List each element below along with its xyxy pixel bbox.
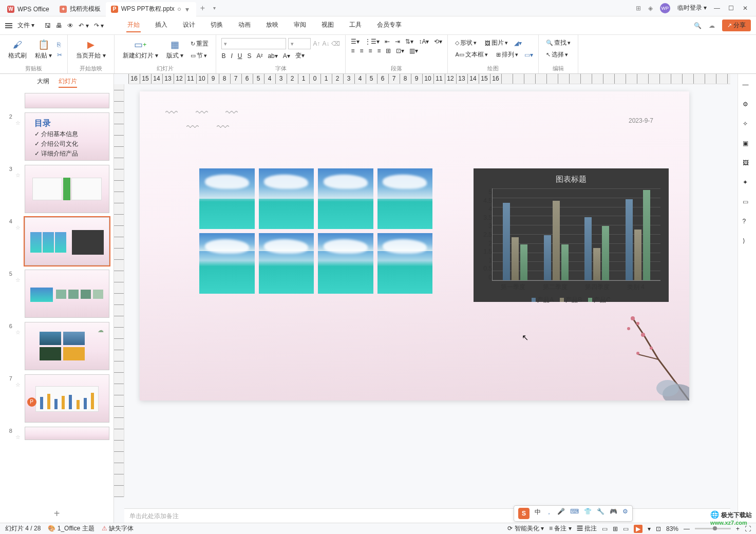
close-button[interactable]: ✕: [743, 5, 750, 12]
shapefill-icon[interactable]: ◢▾: [514, 40, 522, 47]
picture-icon[interactable]: 🖼: [743, 159, 752, 168]
tab-review[interactable]: 审阅: [293, 18, 307, 32]
thumbnail[interactable]: [25, 93, 109, 108]
thumbnail-selected[interactable]: [25, 217, 109, 265]
tab-slideshow[interactable]: 放映: [265, 18, 279, 32]
shapeoutline-icon[interactable]: ▭▾: [524, 51, 533, 59]
share-button[interactable]: ↗ 分享: [722, 20, 751, 31]
superscript-icon[interactable]: A²: [256, 52, 262, 60]
zoom-out-icon[interactable]: —: [684, 525, 690, 532]
workspace-icon[interactable]: ⊞: [636, 5, 641, 12]
zoom-level[interactable]: 83%: [666, 525, 678, 532]
add-slide-button[interactable]: +: [0, 505, 114, 523]
preview-icon[interactable]: 👁: [67, 22, 73, 29]
view-reading-icon[interactable]: ▭: [623, 525, 629, 532]
tab-member[interactable]: 会员专享: [376, 18, 403, 32]
minimize-button[interactable]: —: [714, 5, 721, 12]
cut-icon[interactable]: ✂: [57, 51, 62, 59]
align-center-icon[interactable]: ≡: [360, 47, 363, 54]
thumbnail[interactable]: P: [25, 374, 109, 423]
bullets-icon[interactable]: ☰▾: [351, 38, 360, 45]
find-button[interactable]: 🔍 查找 ▾: [544, 38, 573, 48]
indent-left-icon[interactable]: ⇤: [385, 38, 390, 45]
cloud-icon[interactable]: ☁: [709, 22, 715, 29]
clear-format-icon[interactable]: ⌫: [331, 40, 340, 47]
decrease-font-icon[interactable]: A↓: [322, 40, 329, 47]
columns-icon[interactable]: ▥▾: [409, 47, 418, 54]
ime-settings-icon[interactable]: ⚙: [622, 508, 628, 519]
lineheight-icon[interactable]: ↕A▾: [419, 38, 429, 45]
font-warning[interactable]: ⚠ 缺失字体: [102, 524, 134, 533]
zoom-slider[interactable]: [695, 528, 731, 529]
italic-icon[interactable]: I: [231, 52, 232, 60]
avatar-icon[interactable]: WP: [660, 3, 670, 13]
paste-button[interactable]: 📋粘贴 ▾: [32, 38, 55, 61]
tab-transition[interactable]: 切换: [210, 18, 224, 32]
fullscreen-icon[interactable]: ⛶: [745, 525, 751, 532]
ime-punct-icon[interactable]: ，: [546, 508, 552, 519]
print-icon[interactable]: 🖶: [56, 22, 62, 29]
tab-insert[interactable]: 插入: [154, 18, 168, 32]
select-button[interactable]: ↖ 选择 ▾: [544, 50, 573, 60]
indent-right-icon[interactable]: ⇥: [395, 38, 400, 45]
align-left-icon[interactable]: ≡: [351, 47, 354, 54]
thumbnail[interactable]: [25, 165, 109, 213]
valign-icon[interactable]: ⊡▾: [396, 47, 404, 54]
fontcolor-icon[interactable]: A▾: [283, 52, 290, 60]
thumbnail[interactable]: [25, 427, 109, 440]
shape-button[interactable]: ◇ 形状 ▾: [453, 38, 479, 48]
thumbnail[interactable]: 目录 ✓ 介绍基本信息 ✓ 介绍公司文化 ✓ 详细介绍产品 ✓ 营销方案: [25, 112, 109, 161]
beautify-button[interactable]: ⟳ 智能美化 ▾: [507, 524, 544, 533]
tab-animation[interactable]: 动画: [237, 18, 252, 32]
ime-skin-icon[interactable]: 👕: [584, 508, 592, 519]
view-sorter-icon[interactable]: ⊞: [613, 525, 618, 532]
font-family-select[interactable]: ▾: [221, 38, 286, 49]
add-tab-button[interactable]: +: [196, 4, 209, 13]
outline-tab[interactable]: 大纲: [37, 77, 49, 88]
align-justify-icon[interactable]: ≡: [377, 47, 381, 54]
theme-label[interactable]: 🎨 1_Office 主题: [48, 524, 94, 533]
maximize-button[interactable]: ☐: [728, 5, 735, 12]
panel-icon[interactable]: ▣: [743, 140, 752, 149]
horizontal-ruler[interactable]: 1615141312111098765432101234567891011121…: [128, 74, 730, 84]
tab-view[interactable]: 视图: [320, 18, 335, 32]
zoom-fit-icon[interactable]: ⊡: [656, 525, 661, 532]
tune-icon[interactable]: ⚙: [743, 101, 752, 110]
section-button[interactable]: ▭ 节 ▾: [188, 51, 211, 61]
strike-icon[interactable]: S: [247, 52, 251, 60]
view-play-icon[interactable]: ▶: [634, 525, 642, 533]
tab-menu-button[interactable]: ▾: [209, 5, 220, 11]
layout-button[interactable]: ▦版式 ▾: [163, 38, 186, 61]
tab-home[interactable]: 开始: [126, 18, 141, 32]
direction-icon[interactable]: ⟲▾: [434, 38, 442, 45]
help-icon[interactable]: ?: [743, 218, 752, 227]
zoom-in-icon[interactable]: +: [736, 525, 740, 532]
bold-icon[interactable]: B: [221, 52, 225, 60]
copy-icon[interactable]: ⎘: [57, 41, 62, 48]
numbering-icon[interactable]: ⋮☰▾: [365, 38, 380, 45]
save-icon[interactable]: 🖫: [45, 22, 51, 29]
slide-canvas[interactable]: 〰 〰 〰 〰 〰 2023-9-7 图表标题 54.543.532.521.5…: [140, 91, 689, 400]
thumbnail-list[interactable]: 2☆ 目录 ✓ 介绍基本信息 ✓ 介绍公司文化 ✓ 详细介绍产品 ✓ 营销方案 …: [0, 91, 114, 505]
tab-design[interactable]: 设计: [182, 18, 196, 32]
search-icon[interactable]: 🔍: [694, 22, 702, 29]
file-menu[interactable]: 文件 ▾: [14, 21, 37, 30]
notes-pane[interactable]: 单击此处添加备注: [124, 508, 730, 523]
distribute-icon[interactable]: ⊞: [386, 47, 391, 54]
reset-button[interactable]: ↻ 重置: [188, 39, 211, 49]
collapse-icon[interactable]: ⟩: [743, 237, 752, 246]
app-tab-wps[interactable]: W WPS Office: [2, 2, 54, 16]
notes-toggle[interactable]: ≡ 备注 ▾: [549, 524, 572, 533]
ime-game-icon[interactable]: 🎮: [610, 508, 617, 519]
thumbnail[interactable]: ☁: [25, 322, 109, 370]
highlight-icon[interactable]: ab▾: [268, 52, 277, 60]
textfx-icon[interactable]: 变▾: [295, 51, 305, 60]
image-grid[interactable]: [199, 168, 432, 294]
ime-mic-icon[interactable]: 🎤: [557, 508, 565, 519]
format-painter-button[interactable]: 🖌格式刷: [5, 38, 30, 61]
redo-icon[interactable]: ↷ ▾: [94, 22, 104, 29]
view-normal-icon[interactable]: ▭: [602, 525, 608, 532]
login-status[interactable]: 临时登录 ▾: [677, 4, 707, 12]
embedded-chart[interactable]: 图表标题 54.543.532.521.510.50 第一季度第二季度第四季度类…: [474, 168, 669, 302]
vertical-ruler[interactable]: [114, 84, 124, 497]
